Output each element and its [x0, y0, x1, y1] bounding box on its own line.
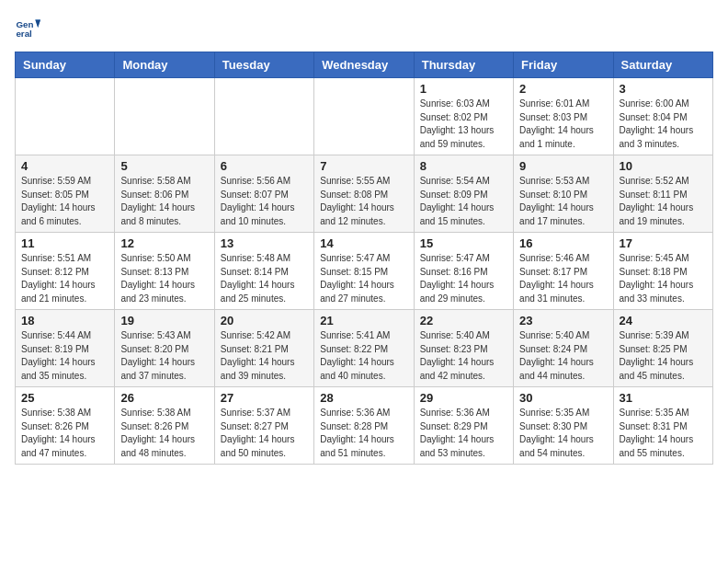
day-number: 3 [620, 82, 707, 96]
calendar-day-cell: 30Sunrise: 5:35 AM Sunset: 8:30 PM Dayli… [514, 387, 613, 465]
day-info: Sunrise: 5:35 AM Sunset: 8:30 PM Dayligh… [519, 407, 607, 460]
day-number: 23 [519, 314, 607, 327]
day-number: 22 [420, 314, 507, 327]
day-number: 17 [620, 236, 707, 250]
day-info: Sunrise: 5:36 AM Sunset: 8:28 PM Dayligh… [320, 407, 407, 460]
day-info: Sunrise: 5:43 AM Sunset: 8:20 PM Dayligh… [120, 329, 208, 383]
calendar-header-cell: Monday [115, 52, 214, 78]
day-info: Sunrise: 5:45 AM Sunset: 8:18 PM Dayligh… [620, 252, 707, 305]
day-info: Sunrise: 5:37 AM Sunset: 8:27 PM Dayligh… [221, 407, 308, 460]
calendar-day-cell: 28Sunrise: 5:36 AM Sunset: 8:28 PM Dayli… [314, 387, 414, 465]
calendar-day-cell: 7Sunrise: 5:55 AM Sunset: 8:08 PM Daylig… [314, 155, 414, 233]
day-info: Sunrise: 5:41 AM Sunset: 8:22 PM Dayligh… [320, 329, 407, 383]
svg-marker-3 [35, 20, 40, 28]
calendar-header-cell: Saturday [613, 52, 712, 78]
calendar-day-cell: 14Sunrise: 5:47 AM Sunset: 8:15 PM Dayli… [314, 233, 414, 310]
day-info: Sunrise: 5:35 AM Sunset: 8:31 PM Dayligh… [620, 407, 707, 460]
calendar-day-cell: 12Sunrise: 5:50 AM Sunset: 8:13 PM Dayli… [115, 233, 214, 310]
day-info: Sunrise: 5:46 AM Sunset: 8:17 PM Dayligh… [519, 252, 607, 305]
day-number: 8 [420, 159, 507, 173]
day-number: 26 [120, 391, 208, 405]
calendar-day-cell [314, 78, 414, 155]
day-number: 13 [221, 236, 308, 250]
day-number: 2 [519, 82, 607, 96]
calendar-day-cell: 17Sunrise: 5:45 AM Sunset: 8:18 PM Dayli… [613, 233, 712, 310]
calendar-day-cell: 20Sunrise: 5:42 AM Sunset: 8:21 PM Dayli… [214, 310, 313, 387]
calendar-week-row: 1Sunrise: 6:03 AM Sunset: 8:02 PM Daylig… [16, 78, 713, 155]
day-number: 5 [120, 159, 208, 173]
day-number: 15 [420, 236, 507, 250]
day-number: 31 [620, 391, 707, 405]
day-info: Sunrise: 5:55 AM Sunset: 8:08 PM Dayligh… [320, 175, 407, 228]
calendar-day-cell: 5Sunrise: 5:58 AM Sunset: 8:06 PM Daylig… [115, 155, 214, 233]
calendar-day-cell: 11Sunrise: 5:51 AM Sunset: 8:12 PM Dayli… [16, 233, 115, 310]
day-info: Sunrise: 5:40 AM Sunset: 8:23 PM Dayligh… [420, 329, 507, 383]
calendar-day-cell: 16Sunrise: 5:46 AM Sunset: 8:17 PM Dayli… [514, 233, 613, 310]
header: Gen eral [15, 15, 713, 40]
day-info: Sunrise: 6:01 AM Sunset: 8:03 PM Dayligh… [519, 98, 607, 151]
calendar-day-cell: 13Sunrise: 5:48 AM Sunset: 8:14 PM Dayli… [214, 233, 313, 310]
calendar-header-cell: Friday [514, 52, 613, 78]
day-number: 18 [21, 314, 108, 327]
svg-text:eral: eral [16, 29, 32, 39]
day-info: Sunrise: 6:00 AM Sunset: 8:04 PM Dayligh… [620, 98, 707, 151]
day-info: Sunrise: 5:47 AM Sunset: 8:16 PM Dayligh… [420, 252, 507, 305]
day-number: 14 [320, 236, 407, 250]
day-info: Sunrise: 5:59 AM Sunset: 8:05 PM Dayligh… [21, 175, 108, 228]
day-info: Sunrise: 5:38 AM Sunset: 8:26 PM Dayligh… [21, 407, 108, 460]
calendar-week-row: 4Sunrise: 5:59 AM Sunset: 8:05 PM Daylig… [16, 155, 713, 233]
calendar-table: SundayMondayTuesdayWednesdayThursdayFrid… [15, 52, 713, 465]
calendar-day-cell: 15Sunrise: 5:47 AM Sunset: 8:16 PM Dayli… [414, 233, 513, 310]
day-info: Sunrise: 5:47 AM Sunset: 8:15 PM Dayligh… [320, 252, 407, 305]
calendar-header-cell: Wednesday [314, 52, 414, 78]
day-info: Sunrise: 5:50 AM Sunset: 8:13 PM Dayligh… [120, 252, 208, 305]
calendar-day-cell [16, 78, 115, 155]
calendar-day-cell: 4Sunrise: 5:59 AM Sunset: 8:05 PM Daylig… [16, 155, 115, 233]
day-number: 1 [420, 82, 507, 96]
day-info: Sunrise: 5:51 AM Sunset: 8:12 PM Dayligh… [21, 252, 108, 305]
day-number: 19 [120, 314, 208, 327]
calendar-day-cell: 10Sunrise: 5:52 AM Sunset: 8:11 PM Dayli… [613, 155, 712, 233]
calendar-day-cell [214, 78, 313, 155]
calendar-day-cell: 26Sunrise: 5:38 AM Sunset: 8:26 PM Dayli… [115, 387, 214, 465]
day-info: Sunrise: 5:40 AM Sunset: 8:24 PM Dayligh… [519, 329, 607, 383]
calendar-day-cell [115, 78, 214, 155]
calendar-day-cell: 31Sunrise: 5:35 AM Sunset: 8:31 PM Dayli… [613, 387, 712, 465]
calendar-day-cell: 21Sunrise: 5:41 AM Sunset: 8:22 PM Dayli… [314, 310, 414, 387]
calendar-day-cell: 23Sunrise: 5:40 AM Sunset: 8:24 PM Dayli… [514, 310, 613, 387]
calendar-day-cell: 25Sunrise: 5:38 AM Sunset: 8:26 PM Dayli… [16, 387, 115, 465]
calendar-day-cell: 19Sunrise: 5:43 AM Sunset: 8:20 PM Dayli… [115, 310, 214, 387]
day-number: 16 [519, 236, 607, 250]
calendar-day-cell: 22Sunrise: 5:40 AM Sunset: 8:23 PM Dayli… [414, 310, 513, 387]
day-info: Sunrise: 5:52 AM Sunset: 8:11 PM Dayligh… [620, 175, 707, 228]
day-number: 11 [21, 236, 108, 250]
calendar-day-cell: 1Sunrise: 6:03 AM Sunset: 8:02 PM Daylig… [414, 78, 513, 155]
day-number: 9 [519, 159, 607, 173]
day-number: 27 [221, 391, 308, 405]
calendar-header-row: SundayMondayTuesdayWednesdayThursdayFrid… [16, 52, 713, 78]
day-number: 20 [221, 314, 308, 327]
calendar-header-cell: Thursday [414, 52, 513, 78]
day-info: Sunrise: 5:39 AM Sunset: 8:25 PM Dayligh… [620, 329, 707, 383]
day-number: 28 [320, 391, 407, 405]
day-info: Sunrise: 5:38 AM Sunset: 8:26 PM Dayligh… [120, 407, 208, 460]
calendar-day-cell: 29Sunrise: 5:36 AM Sunset: 8:29 PM Dayli… [414, 387, 513, 465]
day-number: 21 [320, 314, 407, 327]
calendar-week-row: 25Sunrise: 5:38 AM Sunset: 8:26 PM Dayli… [16, 387, 713, 465]
day-info: Sunrise: 5:58 AM Sunset: 8:06 PM Dayligh… [120, 175, 208, 228]
day-info: Sunrise: 5:36 AM Sunset: 8:29 PM Dayligh… [420, 407, 507, 460]
calendar-header-cell: Sunday [16, 52, 115, 78]
calendar-week-row: 11Sunrise: 5:51 AM Sunset: 8:12 PM Dayli… [16, 233, 713, 310]
calendar-day-cell: 8Sunrise: 5:54 AM Sunset: 8:09 PM Daylig… [414, 155, 513, 233]
calendar-day-cell: 27Sunrise: 5:37 AM Sunset: 8:27 PM Dayli… [214, 387, 313, 465]
calendar-day-cell: 6Sunrise: 5:56 AM Sunset: 8:07 PM Daylig… [214, 155, 313, 233]
day-info: Sunrise: 5:54 AM Sunset: 8:09 PM Dayligh… [420, 175, 507, 228]
day-info: Sunrise: 5:44 AM Sunset: 8:19 PM Dayligh… [21, 329, 108, 383]
day-info: Sunrise: 6:03 AM Sunset: 8:02 PM Dayligh… [420, 98, 507, 151]
calendar-day-cell: 3Sunrise: 6:00 AM Sunset: 8:04 PM Daylig… [613, 78, 712, 155]
day-number: 6 [221, 159, 308, 173]
calendar-day-cell: 18Sunrise: 5:44 AM Sunset: 8:19 PM Dayli… [16, 310, 115, 387]
calendar-body: 1Sunrise: 6:03 AM Sunset: 8:02 PM Daylig… [16, 78, 713, 465]
day-info: Sunrise: 5:53 AM Sunset: 8:10 PM Dayligh… [519, 175, 607, 228]
day-number: 30 [519, 391, 607, 405]
